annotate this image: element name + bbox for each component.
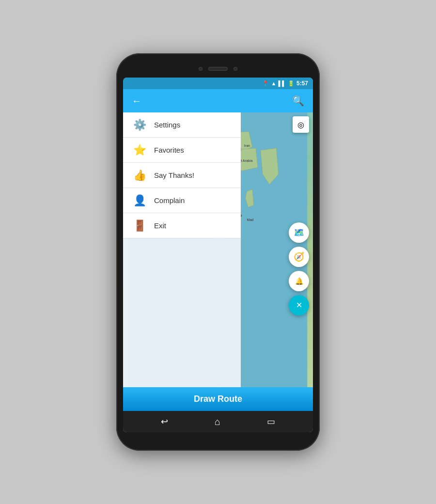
fab-map-icon: 🗺️ [294,227,304,238]
exit-label: Exit [154,221,166,230]
exit-icon: 🚪 [131,217,148,235]
settings-label: Settings [154,121,180,129]
menu-item-say-thanks[interactable]: 👍 Say Thanks! [123,163,241,188]
fab-bell-button[interactable]: 🔔 [289,271,309,291]
back-nav-button[interactable]: ↩ [155,414,174,429]
location-fab-icon: ◎ [297,120,304,129]
complain-icon: 👤 [131,192,148,209]
back-button[interactable]: ← [130,94,143,109]
fab-close-icon: ✕ [296,300,302,310]
fab-compass-button[interactable]: 🧭 [289,247,309,267]
svg-text:Iran: Iran [244,144,250,148]
map-fab-group: 🗺️ 🧭 🔔 ✕ [289,222,309,315]
menu-item-complain[interactable]: 👤 Complain [123,188,241,213]
location-status-icon: 📍 [262,80,269,87]
complain-label: Complain [154,196,185,205]
front-camera [199,67,202,71]
phone-bottom-bar [123,432,313,442]
home-nav-button[interactable]: ⌂ [209,414,226,429]
wifi-status-icon: ▲ [271,80,276,86]
favorites-icon: ⭐ [131,142,148,159]
fab-map-button[interactable]: 🗺️ [289,222,309,243]
menu-item-settings[interactable]: ⚙️ Settings [123,112,241,138]
fab-bell-icon: 🔔 [295,277,303,285]
app-bar: ← 🔍 [123,89,313,112]
say-thanks-icon: 👍 [131,167,148,184]
sensor [234,67,237,71]
status-bar: 📍 ▲ ▌▌ 🔋 5:57 [123,78,313,89]
svg-text:Mad: Mad [247,218,254,222]
menu-item-exit[interactable]: 🚪 Exit [123,213,241,238]
recent-nav-button[interactable]: ▭ [261,414,281,429]
say-thanks-label: Say Thanks! [154,171,194,179]
side-menu: ⚙️ Settings ⭐ Favorites 👍 Say Thanks! 👤 … [123,112,241,387]
favorites-label: Favorites [154,146,184,154]
phone-device: 📍 ▲ ▌▌ 🔋 5:57 ← 🔍 [116,53,320,451]
fab-close-button[interactable]: ✕ [289,295,309,315]
earpiece-speaker [208,67,228,71]
settings-icon: ⚙️ [131,116,148,134]
fab-compass-icon: 🧭 [294,252,304,262]
location-fab[interactable]: ◎ [293,116,309,133]
signal-status-icon: ▌▌ [278,80,286,86]
content-area: Atlantic Ocean South Atlantic Ocean Norw… [123,112,313,387]
bottom-navigation: ↩ ⌂ ▭ [123,411,313,432]
search-button[interactable]: 🔍 [290,93,306,109]
status-time: 5:57 [296,80,308,87]
menu-item-favorites[interactable]: ⭐ Favorites [123,138,241,163]
battery-status-icon: 🔋 [288,80,295,87]
phone-top-bar [123,62,313,76]
menu-spacer [123,238,241,387]
phone-screen: 📍 ▲ ▌▌ 🔋 5:57 ← 🔍 [123,78,313,432]
draw-route-button[interactable]: Draw Route [123,387,313,411]
